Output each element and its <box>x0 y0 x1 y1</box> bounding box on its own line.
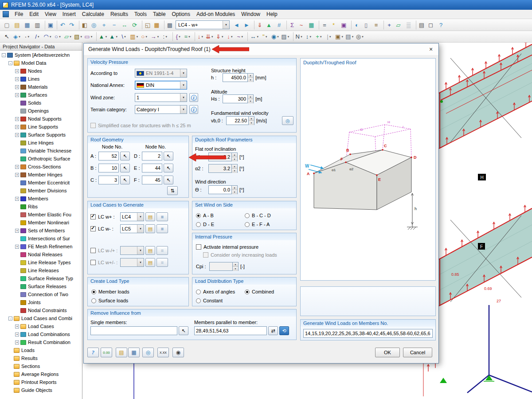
show-supports-icon[interactable]: ▲ <box>264 20 274 30</box>
tree-item-lines[interactable]: +Lines <box>0 75 82 83</box>
load-config-button[interactable]: ▤ <box>116 348 127 357</box>
tree-item-orthotropic-surface[interactable]: Orthotropic Surface <box>0 155 82 163</box>
cpi-input[interactable]: ▲▼ <box>209 262 239 271</box>
print-icon[interactable]: ▥ <box>33 20 42 30</box>
show-values-icon[interactable]: Σ <box>286 20 296 30</box>
show-loads-icon[interactable]: ⇓ <box>254 20 263 30</box>
tables-icon[interactable]: ▦ <box>152 20 161 30</box>
axes-icon[interactable]: + <box>383 20 393 30</box>
spinner-buttons[interactable]: ▲▼ <box>231 164 238 173</box>
dimension-icon[interactable]: ↔▼ <box>247 32 259 41</box>
spinner-buttons[interactable]: ▲▼ <box>247 94 254 103</box>
lc-wminus-new-button[interactable]: ▤ <box>145 224 155 233</box>
ok-button[interactable]: OK <box>375 348 400 357</box>
cancel-button[interactable]: Cancel <box>403 348 432 357</box>
menu-help[interactable]: Help <box>263 10 281 18</box>
tree-expander[interactable]: + <box>15 69 19 73</box>
line-support-icon[interactable]: ▲▼ <box>109 32 118 41</box>
lc-wplusminus-edit-button[interactable]: ≡ <box>156 258 168 267</box>
guideline-icon[interactable]: |▼ <box>325 32 334 41</box>
open-file-icon[interactable]: ▤ <box>12 20 22 30</box>
node-icon[interactable]: ·▼ <box>23 32 32 41</box>
tree-item-printout-reports[interactable]: Printout Reports <box>0 378 82 386</box>
menu-table[interactable]: Table <box>150 10 169 18</box>
lc-wminus-edit-button[interactable]: ≡ <box>156 224 168 233</box>
lc-wminusplus-checkbox[interactable] <box>90 248 96 253</box>
tree-item-load-cases-and-combi[interactable]: -Load Cases and Combi <box>0 314 82 322</box>
member-icon[interactable]: \▼ <box>119 32 129 41</box>
node-f-pick-button[interactable]: ↖ <box>164 176 173 184</box>
select-icon[interactable]: ↖ <box>2 32 12 41</box>
menu-results[interactable]: Results <box>107 10 131 18</box>
move-view-icon[interactable]: ↔ <box>120 20 129 30</box>
surface-loads-radio[interactable] <box>91 298 96 303</box>
tree-expander[interactable]: - <box>8 317 12 321</box>
tree-item-load-cases[interactable]: +Load Cases <box>0 322 82 330</box>
show-results-icon[interactable]: ~ <box>297 20 306 30</box>
lc-wplusminus-checkbox[interactable] <box>90 260 96 265</box>
activate-internal-pressure-checkbox[interactable] <box>196 244 201 250</box>
menu-file[interactable]: File <box>12 10 26 18</box>
apply-parallel-button[interactable]: ⟲ <box>279 326 289 335</box>
lc-wplus-select[interactable]: LC4 ▼ <box>120 212 144 221</box>
node-d-pick-button[interactable]: ↖ <box>164 152 173 160</box>
zoom-window-icon[interactable]: ◎ <box>89 20 98 30</box>
zoom-out-icon[interactable]: − <box>110 20 119 30</box>
single-members-input[interactable] <box>90 326 177 335</box>
member-load-icon[interactable]: ⇊▼ <box>205 32 214 41</box>
lc-wplusminus-new-button[interactable]: ▤ <box>145 258 155 267</box>
clipping-plane-icon[interactable]: ▨▼ <box>281 32 290 41</box>
alpha2-value[interactable] <box>208 164 231 173</box>
zoom-in-icon[interactable]: + <box>99 20 109 30</box>
surface-load-icon[interactable]: ⇓▼ <box>215 32 224 41</box>
cpi-value[interactable] <box>209 262 232 271</box>
display-preview-button[interactable]: ◉ <box>172 348 184 357</box>
spinner-buttons[interactable]: ▲▼ <box>248 116 254 125</box>
wind-velocity-input[interactable]: ▲▼ <box>226 116 254 125</box>
tree-expander[interactable]: + <box>15 197 19 201</box>
spinner-buttons[interactable]: ▲▼ <box>247 73 254 82</box>
tree-item-member-nonlineari[interactable]: Member Nonlineari <box>0 219 82 227</box>
tree-expander[interactable]: + <box>15 245 19 249</box>
dialog-title-bar[interactable]: Generate Wind Loads - Duopitch/Troughed … <box>84 43 438 55</box>
tree-item-nodal-supports[interactable]: +Nodal Supports <box>0 115 82 123</box>
preview-values-button[interactable]: ◎ <box>142 348 154 357</box>
tree-item-line-release-types[interactable]: Line Release Types <box>0 258 82 266</box>
tree-item-average-regions[interactable]: Average Regions <box>0 370 82 378</box>
tree-item-members[interactable]: +Members <box>0 195 82 203</box>
coordinate-system-icon[interactable]: +▼ <box>314 32 324 41</box>
hinge-icon[interactable]: ○▼ <box>140 32 149 41</box>
menu-insert[interactable]: Insert <box>59 10 79 18</box>
wind-velocity-value[interactable] <box>226 116 248 125</box>
tree-expander[interactable]: + <box>15 165 19 169</box>
next-load-case-icon[interactable]: ► <box>242 20 251 30</box>
alpha2-input[interactable]: ▲▼ <box>208 164 238 173</box>
tree-item-nodal-constraints[interactable]: Nodal Constraints <box>0 306 82 314</box>
tree-item-member-elastic-fou[interactable]: Member Elastic Fou <box>0 211 82 219</box>
settings-icon[interactable]: ◎▼ <box>355 32 364 41</box>
tree-item-surface-release-typ[interactable]: Surface Release Typ <box>0 274 82 282</box>
tree-expander[interactable]: + <box>15 173 19 177</box>
node-f-input[interactable] <box>142 176 162 184</box>
theta-input[interactable]: ▲▼ <box>208 185 238 194</box>
tree-item-surface-supports[interactable]: +Surface Supports <box>0 131 82 139</box>
tree-expander[interactable]: + <box>15 93 19 97</box>
tree-item-member-hinges[interactable]: +Member Hinges <box>0 171 82 179</box>
combined-radio[interactable] <box>245 289 250 294</box>
snap-node-icon[interactable]: ◈▼ <box>12 32 22 41</box>
tree-item-joints[interactable]: Joints <box>0 298 82 306</box>
nodal-load-icon[interactable]: ↓▼ <box>195 32 204 41</box>
tree-item-cross-sections[interactable]: +Cross-Sections <box>0 163 82 171</box>
lc-wplus-checkbox[interactable] <box>90 214 96 219</box>
wind-side-de-radio[interactable] <box>196 222 201 227</box>
tree-item-member-divisions[interactable]: Member Divisions <box>0 187 82 195</box>
tree-item-materials[interactable]: +Materials <box>0 83 82 91</box>
visibility-icon[interactable]: ◉▼ <box>270 32 280 41</box>
save-icon[interactable]: ▦ <box>23 20 32 30</box>
tree-item-line-releases[interactable]: Line Releases <box>0 266 82 274</box>
wind-side-efa-radio[interactable] <box>245 222 250 227</box>
tree-item-line-hinges[interactable]: Line Hinges <box>0 139 82 147</box>
units-decimals-button[interactable]: 0.00 <box>101 348 112 357</box>
node-e-pick-button[interactable]: ↖ <box>164 164 173 172</box>
dxf-icon[interactable]: ▤▼ <box>345 32 354 41</box>
